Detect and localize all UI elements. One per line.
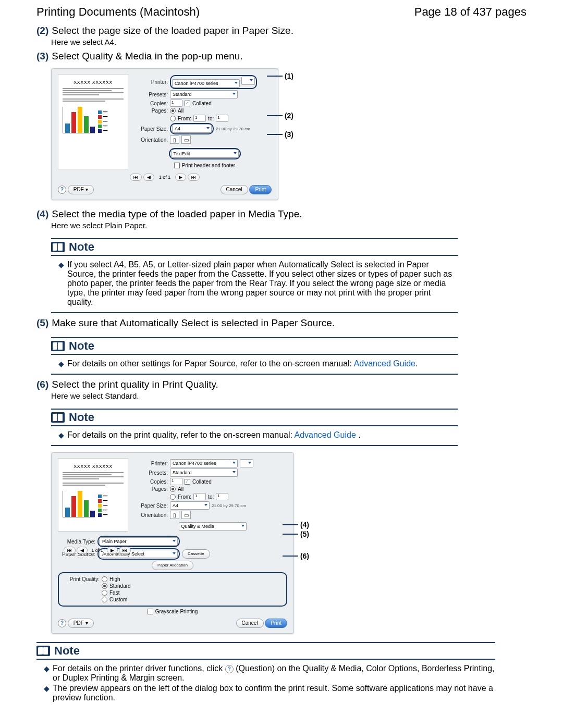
step-text-3: Select Quality & Media in the pop-up men… — [52, 51, 242, 62]
pager-next[interactable]: ▶ — [175, 174, 186, 181]
pages-all-radio[interactable] — [170, 108, 176, 114]
pager-last-2[interactable]: ⏭ — [119, 547, 131, 554]
printer-extra-icon-2[interactable] — [240, 459, 253, 467]
orientation-landscape-button-2[interactable]: ▭ — [181, 511, 191, 519]
callout-2: (2) — [285, 112, 293, 120]
to-input-2[interactable]: 1 — [216, 493, 228, 500]
collated-checkbox[interactable] — [185, 101, 190, 106]
pdf-button-2[interactable]: PDF ▾ — [68, 619, 94, 628]
pq-standard-radio[interactable] — [102, 583, 107, 589]
pq-custom-radio[interactable] — [102, 597, 107, 602]
to-label: to: — [208, 116, 214, 121]
bullet-icon: ◆ — [44, 684, 50, 702]
step-sub-2: Here we select A4. — [51, 38, 527, 46]
help-icon[interactable]: ? — [58, 186, 66, 194]
print-button-2[interactable]: Print — [265, 619, 287, 628]
pq-high-label: High — [109, 576, 120, 582]
advanced-guide-link-2[interactable]: Advanced Guide — [295, 430, 356, 439]
preview-legend: ━━ ━━ ━━ ━━ ━━ — [98, 109, 107, 133]
step-5: (5) Make sure that Automatically Select … — [36, 317, 527, 329]
pager-next-2[interactable]: ▶ — [107, 547, 118, 554]
step-6: (6) Select the print quality in Print Qu… — [36, 379, 527, 390]
printer-dropdown-2[interactable]: Canon iP4700 series — [170, 459, 238, 467]
papersize-dropdown[interactable]: A4 — [172, 125, 212, 133]
panel-dropdown-textedit[interactable]: TextEdit — [171, 150, 239, 158]
from-input[interactable]: 1 — [193, 115, 206, 122]
pages-all-radio-2[interactable] — [170, 486, 176, 492]
step-3: (3) Select Quality & Media in the pop-up… — [36, 51, 527, 62]
bullet-icon: ◆ — [44, 664, 50, 683]
copies-label: Copies: — [138, 101, 168, 106]
paper-allocation-button[interactable]: Paper Allocation — [152, 561, 193, 570]
print-button[interactable]: Print — [249, 185, 272, 194]
orientation-label: Orientation: — [138, 137, 168, 143]
pages-from-radio[interactable] — [170, 116, 176, 121]
pages-from-radio-2[interactable] — [170, 494, 176, 500]
presets-dropdown-2[interactable]: Standard — [170, 468, 238, 477]
presets-label: Presets: — [138, 92, 168, 97]
pdf-button[interactable]: PDF ▾ — [68, 185, 94, 194]
papersize-label: Paper Size: — [138, 126, 168, 132]
pager-prev-2[interactable]: ◀ — [77, 547, 88, 554]
callout-6: (6) — [300, 552, 309, 560]
note-icon — [51, 412, 65, 423]
step-num-5: (5) — [36, 317, 48, 329]
pq-high-radio[interactable] — [102, 576, 107, 582]
note-text-2: For details on other settings for Paper … — [67, 359, 354, 368]
callout-1: (1) — [285, 72, 293, 80]
note-icon — [36, 646, 50, 656]
presets-dropdown[interactable]: Standard — [170, 90, 238, 98]
collated-label-2: Collated — [192, 479, 212, 485]
to-label-2: to: — [208, 494, 214, 500]
grayscale-checkbox[interactable] — [148, 609, 153, 614]
pq-fast-radio[interactable] — [102, 590, 107, 596]
orientation-landscape-button[interactable]: ▭ — [181, 135, 191, 144]
orientation-portrait-button[interactable]: ▯ — [170, 135, 179, 144]
orientation-label-2: Orientation: — [138, 512, 168, 518]
papersize-dropdown-2[interactable]: A4 — [170, 501, 210, 510]
from-label: From: — [178, 116, 191, 121]
copies-input-2[interactable]: 1 — [170, 478, 182, 485]
note-text-4b: The preview appears on the left of the d… — [53, 684, 495, 702]
pager-text-2: 1 of 1 — [91, 548, 103, 553]
print-header-footer-checkbox[interactable] — [174, 163, 180, 168]
step-text-6: Select the print quality in Print Qualit… — [52, 379, 218, 390]
step-text-5: Make sure that Automatically Select is s… — [52, 317, 335, 329]
preview-title: XXXXX XXXXXX — [63, 80, 124, 85]
copies-label-2: Copies: — [138, 479, 168, 485]
mediatype-dropdown[interactable]: Plain Paper — [100, 537, 178, 546]
pager-first[interactable]: ⏮ — [130, 174, 142, 181]
printer-dropdown[interactable]: Canon iP4700 series — [172, 79, 240, 88]
orientation-portrait-button-2[interactable]: ▯ — [170, 511, 179, 519]
panel-dropdown-quality[interactable]: Quality & Media — [179, 522, 247, 530]
printer-extra-icon[interactable] — [241, 77, 255, 85]
collated-checkbox-2[interactable] — [185, 479, 190, 485]
pager-last[interactable]: ⏭ — [188, 174, 200, 181]
pager-prev[interactable]: ◀ — [143, 174, 154, 181]
step-sub-4: Here we select Plain Paper. — [51, 221, 527, 230]
cancel-button[interactable]: Cancel — [221, 185, 248, 194]
cancel-button-2[interactable]: Cancel — [236, 619, 264, 628]
bullet-icon: ◆ — [58, 359, 64, 368]
papersize-label-2: Paper Size: — [138, 503, 168, 509]
advanced-guide-link-1[interactable]: Advanced Guide — [354, 359, 415, 368]
note-icon — [51, 341, 65, 351]
bullet-icon: ◆ — [58, 260, 64, 307]
grayscale-label: Grayscale Printing — [155, 609, 198, 614]
presets-label-2: Presets: — [138, 470, 168, 476]
note-block-3: Note ◆ For details on the print quality,… — [51, 409, 458, 446]
step-text-2: Select the page size of the loaded paper… — [52, 25, 293, 36]
callout-5: (5) — [300, 530, 309, 538]
copies-input[interactable]: 1 — [170, 100, 182, 107]
to-input[interactable]: 1 — [216, 115, 228, 122]
help-icon-2[interactable]: ? — [58, 619, 66, 627]
cassette-button[interactable]: Cassette — [182, 549, 210, 559]
pager-first-2[interactable]: ⏮ — [64, 547, 76, 554]
pager-text: 1 of 1 — [159, 175, 171, 180]
page-indicator: Page 18 of 437 pages — [414, 5, 527, 19]
pages-label-2: Pages: — [138, 486, 168, 492]
pq-standard-label: Standard — [109, 583, 131, 589]
from-input-2[interactable]: 1 — [193, 493, 206, 500]
step-num-2: (2) — [36, 25, 48, 36]
preview-chart-2 — [63, 491, 95, 517]
